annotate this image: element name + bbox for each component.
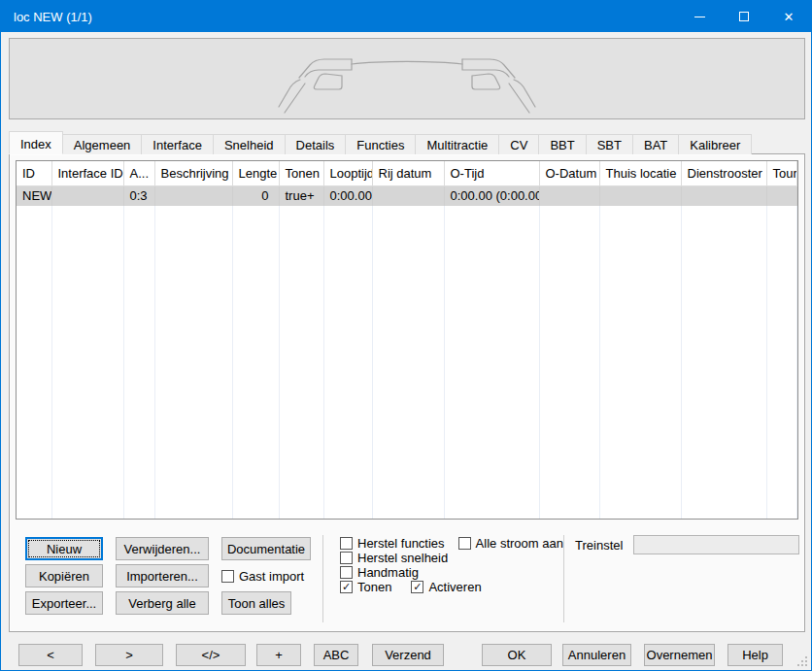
verwijderen-button[interactable]: Verwijderen... — [116, 537, 209, 560]
alle-stroom-aan-checkbox[interactable]: Alle stroom aan — [458, 536, 563, 551]
tab-snelheid[interactable]: Snelheid — [213, 134, 286, 154]
col-beschrijving[interactable]: Beschrijving — [154, 161, 232, 185]
tab-bat[interactable]: BAT — [632, 134, 679, 154]
activeren-checkbox[interactable]: ✓ Activeren — [411, 580, 481, 594]
annuleren-button[interactable]: Annuleren — [562, 644, 631, 666]
col-dienstrooster[interactable]: Dienstrooster — [681, 161, 766, 185]
col-thuis-locatie[interactable]: Thuis locatie — [599, 161, 681, 185]
check-icon: ✓ — [342, 582, 351, 592]
alle-stroom-aan-checkbox-box[interactable] — [458, 537, 471, 550]
resize-grip[interactable] — [796, 655, 807, 666]
herstel-snelheid-checkbox-box[interactable] — [340, 552, 353, 564]
loc-table[interactable]: ID Interface ID A... Beschrijving Lengte… — [16, 160, 798, 520]
cell-id[interactable]: NEW — [17, 185, 51, 206]
tonen-checkbox-box[interactable]: ✓ — [340, 581, 353, 593]
verberg-alle-button[interactable]: Verberg alle — [116, 591, 209, 615]
maximize-button[interactable] — [722, 1, 766, 32]
prev-loc-button[interactable]: < — [18, 644, 83, 666]
herstel-functies-checkbox[interactable]: Herstel functies — [340, 536, 445, 551]
treinstel-input[interactable] — [633, 535, 799, 554]
table-empty-area — [17, 206, 797, 519]
cell-tonen[interactable]: true+ — [279, 185, 323, 206]
loco-image-panel — [9, 38, 805, 119]
tab-page-index: ID Interface ID A... Beschrijving Lengte… — [9, 153, 805, 632]
tonen-checkbox[interactable]: ✓ Tonen — [340, 580, 391, 594]
col-o-datum[interactable]: O-Datum — [539, 161, 599, 185]
cell-thuis-locatie[interactable] — [599, 185, 681, 206]
herstel-snelheid-label: Herstel snelheid — [357, 551, 448, 565]
loc-dialog-window: loc NEW (1/1) ✕ Index — [0, 0, 812, 671]
importeren-button[interactable]: Importeren... — [116, 564, 209, 587]
toon-alles-button[interactable]: Toon alles — [221, 591, 291, 615]
cell-a[interactable]: 0:3 — [123, 185, 154, 206]
col-tour[interactable]: Tour — [766, 161, 797, 185]
col-rij-datum[interactable]: Rij datum — [372, 161, 444, 185]
close-icon: ✕ — [784, 10, 795, 24]
col-id[interactable]: ID — [17, 161, 51, 185]
verzend-button[interactable]: Verzend — [372, 644, 444, 666]
minimize-button[interactable] — [677, 1, 722, 32]
check-icon: ✓ — [413, 582, 422, 592]
exporteer-button[interactable]: Exporteer... — [25, 591, 103, 615]
herstel-functies-checkbox-box[interactable] — [340, 537, 353, 550]
col-lengte[interactable]: Lengte — [232, 161, 279, 185]
separator-line — [322, 535, 323, 622]
cell-o-tijd[interactable]: 0:00.00 (0:00.00) — [444, 185, 539, 206]
tab-sbt[interactable]: SBT — [586, 134, 633, 154]
help-button[interactable]: Help — [727, 644, 783, 666]
tab-interface[interactable]: Interface — [141, 134, 214, 154]
titlebar[interactable]: loc NEW (1/1) ✕ — [1, 1, 811, 32]
gast-import-checkbox-box[interactable] — [221, 570, 234, 583]
window-title: loc NEW (1/1) — [1, 10, 92, 24]
cell-tour[interactable] — [766, 185, 797, 206]
col-a[interactable]: A... — [123, 161, 154, 185]
tonen-label: Tonen — [357, 580, 391, 594]
loc-actions: Nieuw Verwijderen... Documentatie Kopiër… — [25, 537, 311, 615]
cell-lengte[interactable]: 0 — [232, 185, 279, 206]
overnemen-button[interactable]: Overnemen — [644, 644, 715, 666]
tab-details[interactable]: Details — [285, 134, 347, 154]
table-row[interactable]: NEW 0:3 0 true+ 0:00.00 0:00.00 (0:00.00… — [17, 185, 797, 206]
activeren-checkbox-box[interactable]: ✓ — [411, 581, 423, 593]
activeren-label: Activeren — [428, 580, 481, 594]
cell-dienstrooster[interactable] — [681, 185, 766, 206]
next-loc-button[interactable]: > — [95, 644, 163, 666]
tab-functies[interactable]: Functies — [345, 134, 416, 154]
col-tonen[interactable]: Tonen — [279, 161, 323, 185]
treinstel-group: Treinstel — [575, 535, 799, 554]
cell-interface-id[interactable] — [51, 185, 123, 206]
nieuw-button[interactable]: Nieuw — [25, 537, 103, 560]
gast-import-label: Gast import — [239, 569, 304, 584]
handmatig-checkbox[interactable]: Handmatig — [340, 565, 419, 580]
tab-cv[interactable]: CV — [498, 134, 539, 154]
treinstel-label: Treinstel — [575, 538, 623, 553]
handmatig-checkbox-box[interactable] — [340, 566, 353, 579]
ok-button[interactable]: OK — [482, 644, 552, 666]
maximize-icon — [739, 12, 749, 21]
cell-rij-datum[interactable] — [372, 185, 444, 206]
cell-beschrijving[interactable] — [154, 185, 232, 206]
herstel-snelheid-checkbox[interactable]: Herstel snelheid — [340, 551, 448, 565]
col-o-tijd[interactable]: O-Tijd — [444, 161, 539, 185]
herstel-functies-label: Herstel functies — [357, 536, 445, 551]
close-button[interactable]: ✕ — [766, 1, 811, 32]
kopieren-button[interactable]: Kopiëren — [25, 564, 103, 587]
alle-stroom-aan-label: Alle stroom aan — [476, 536, 563, 551]
table-header-row[interactable]: ID Interface ID A... Beschrijving Lengte… — [17, 161, 797, 185]
cell-o-datum[interactable] — [539, 185, 599, 206]
tab-multitractie[interactable]: Multitractie — [415, 134, 499, 154]
cell-looptijd[interactable]: 0:00.00 — [323, 185, 372, 206]
tab-index[interactable]: Index — [9, 131, 63, 154]
plus-button[interactable]: + — [256, 644, 301, 666]
tab-bbt[interactable]: BBT — [538, 134, 586, 154]
col-looptijd[interactable]: Looptijd — [323, 161, 372, 185]
gast-import-checkbox[interactable]: Gast import — [221, 569, 311, 584]
separator-line — [563, 535, 564, 622]
col-interface-id[interactable]: Interface ID — [51, 161, 123, 185]
abc-button[interactable]: ABC — [314, 644, 358, 666]
loc-options: Herstel functies Alle stroom aan Herstel… — [340, 536, 563, 594]
tab-algemeen[interactable]: Algemeen — [62, 134, 143, 154]
documentatie-button[interactable]: Documentatie — [221, 537, 311, 560]
tab-kalibreer[interactable]: Kalibreer — [678, 134, 752, 154]
xml-view-button[interactable]: </> — [176, 644, 246, 666]
